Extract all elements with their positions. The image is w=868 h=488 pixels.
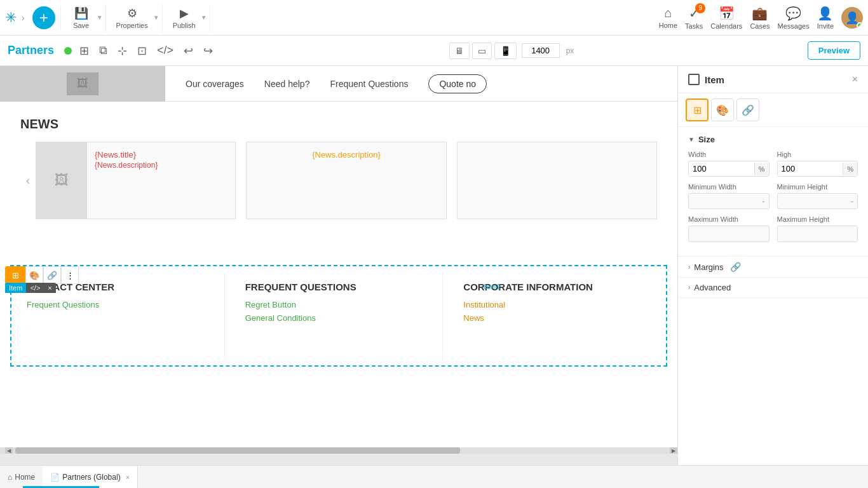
item-style-icon-btn[interactable]: 🎨 bbox=[25, 266, 43, 284]
item-layout-icon-btn[interactable]: ⊞ bbox=[5, 266, 25, 284]
width-unit: px bbox=[566, 46, 574, 55]
rp-margins-section[interactable]: › Margins 🔗 bbox=[678, 257, 868, 278]
home-nav-item[interactable]: ⌂ Home bbox=[659, 6, 677, 29]
bottom-tab-close-btn[interactable]: × bbox=[126, 473, 130, 481]
width-input[interactable] bbox=[522, 43, 560, 58]
scroll-arrow-left[interactable]: ◀ bbox=[5, 447, 13, 454]
rp-close-button[interactable]: × bbox=[852, 74, 858, 85]
news-card-2-desc: {News.description} bbox=[312, 150, 381, 159]
rp-advanced-section[interactable]: › Advanced bbox=[678, 278, 868, 298]
back-arrow-icon[interactable]: › bbox=[22, 13, 25, 23]
invite-nav-item[interactable]: 👤 Invite bbox=[817, 6, 834, 30]
properties-button[interactable]: ⚙ Properties bbox=[111, 4, 153, 32]
rp-min-height-label: Minimum Height bbox=[777, 183, 858, 191]
item-code-badge[interactable]: </> bbox=[26, 283, 44, 293]
cases-nav-item[interactable]: 💼 Cases bbox=[750, 6, 770, 30]
rp-min-height-field: Minimum Height - bbox=[777, 183, 858, 209]
news-card-1: 🖼 {News.title} {News.description} bbox=[36, 142, 236, 219]
canvas[interactable]: 🖼 Our coverages Need help? Frequent Ques… bbox=[0, 66, 677, 465]
publish-btn-group: ▶ Publish ▼ bbox=[168, 4, 210, 32]
save-dropdown-icon[interactable]: ▼ bbox=[97, 14, 103, 21]
rp-tab-style[interactable]: 🎨 bbox=[711, 98, 734, 121]
item-label-badge[interactable]: Item bbox=[5, 283, 26, 293]
rp-header: Item × bbox=[678, 66, 868, 93]
quote-button[interactable]: Quote no bbox=[428, 74, 487, 93]
nav-link-help[interactable]: Need help? bbox=[264, 79, 310, 89]
rp-width-input-group: % bbox=[688, 161, 770, 177]
code-icon[interactable]: </> bbox=[154, 41, 176, 60]
rp-height-input[interactable] bbox=[778, 161, 843, 176]
top-toolbar: ✳ › + 💾 Save ▼ ⚙ Properties ▼ ▶ Publish … bbox=[0, 0, 868, 36]
news-grid: 🖼 {News.title} {News.description} {News.… bbox=[36, 142, 657, 219]
rp-min-width-input[interactable]: - bbox=[688, 193, 770, 209]
rp-max-height-input[interactable] bbox=[777, 226, 858, 242]
rp-tab-link[interactable]: 🔗 bbox=[736, 98, 759, 121]
rp-width-label: Width bbox=[688, 151, 770, 158]
calendars-icon: 📅 bbox=[719, 6, 735, 21]
save-icon: 💾 bbox=[74, 6, 88, 20]
tasks-badge: 9 bbox=[695, 3, 705, 13]
properties-dropdown-icon[interactable]: ▼ bbox=[153, 14, 159, 21]
tasks-nav-item[interactable]: ✓ Tasks 9 bbox=[685, 6, 703, 30]
nav-icon[interactable]: ⊹ bbox=[115, 41, 130, 60]
canvas-scrollbar[interactable]: ◀ ▶ bbox=[0, 447, 677, 454]
rp-min-height-input[interactable]: - bbox=[777, 193, 858, 209]
item-more-icon-btn[interactable]: ⋮ bbox=[61, 266, 79, 284]
rp-advanced-label: Advanced bbox=[694, 283, 731, 292]
item-col-faq-link-1[interactable]: Regret Button bbox=[245, 300, 433, 309]
save-button[interactable]: 💾 Save bbox=[66, 4, 97, 32]
item-col-contact-link-1[interactable]: Frequent Questions bbox=[27, 300, 214, 309]
user-avatar[interactable]: 👤 bbox=[841, 7, 863, 29]
site-nav-links: Our coverages Need help? Frequent Questi… bbox=[165, 74, 677, 93]
bottom-partners-tab[interactable]: 📄 Partners (Global) × bbox=[43, 466, 138, 488]
canvas-inner: 🖼 Our coverages Need help? Frequent Ques… bbox=[0, 66, 677, 447]
bottom-bar: ⌂ Home 📄 Partners (Global) × bbox=[0, 465, 868, 488]
carousel-prev-arrow[interactable]: ‹ bbox=[20, 174, 36, 187]
news-card-2: {News.description} bbox=[246, 142, 446, 219]
rp-width-field: Width % bbox=[688, 151, 770, 177]
rp-margins-label: Margins bbox=[694, 262, 723, 272]
news-section: NEWS ‹ 🖼 {News.title} {News.description} bbox=[0, 102, 677, 234]
bottom-home-tab[interactable]: ⌂ Home bbox=[0, 466, 43, 488]
top-right-nav: ⌂ Home ✓ Tasks 9 📅 Calendars 💼 Cases bbox=[659, 6, 863, 30]
item-link-icon-btn[interactable]: 🔗 bbox=[43, 266, 61, 284]
mobile-view-button[interactable]: 📱 bbox=[494, 43, 517, 59]
grid-view-icon[interactable]: ⊞ bbox=[77, 41, 92, 60]
messages-nav-item[interactable]: 💬 Messages bbox=[778, 6, 810, 30]
item-delete-badge[interactable]: × bbox=[44, 283, 55, 293]
layers-icon[interactable]: ⧉ bbox=[97, 41, 110, 60]
second-toolbar: Partners ⊞ ⧉ ⊹ ⊡ </> ↩ ↪ 🖥 ▭ 📱 px Previe… bbox=[0, 36, 868, 66]
item-col-corp-link-1[interactable]: Institutional bbox=[463, 300, 651, 309]
preview-button[interactable]: Preview bbox=[808, 41, 860, 60]
calendars-nav-item[interactable]: 📅 Calendars bbox=[710, 6, 742, 30]
redo-icon[interactable]: ↪ bbox=[201, 41, 215, 60]
nav-link-coverages[interactable]: Our coverages bbox=[186, 79, 244, 89]
scroll-thumb[interactable] bbox=[15, 447, 460, 454]
publish-dropdown-icon[interactable]: ▼ bbox=[201, 14, 207, 21]
undo-icon[interactable]: ↩ bbox=[181, 41, 196, 60]
news-card-1-desc: {News.description} bbox=[95, 161, 227, 170]
item-badges: Item </> × bbox=[5, 283, 56, 293]
rp-size-row-2: Minimum Width - Minimum Height - bbox=[688, 183, 858, 209]
site-logo: 🖼 bbox=[0, 66, 165, 102]
invite-icon: 👤 bbox=[817, 6, 833, 21]
rp-size-header[interactable]: ▼ Size bbox=[688, 135, 858, 144]
item-col-faq-link-2[interactable]: General Conditions bbox=[245, 313, 433, 323]
rp-width-unit: % bbox=[754, 163, 769, 175]
add-button[interactable]: + bbox=[32, 6, 55, 29]
publish-button[interactable]: ▶ Publish bbox=[168, 4, 201, 32]
rp-size-row-3: Maximum Width Maximum Height bbox=[688, 215, 858, 242]
rp-max-width-input[interactable] bbox=[688, 226, 770, 242]
desktop-view-button[interactable]: 🖥 bbox=[449, 43, 470, 59]
item-col-faq-title: FREQUENT QUESTIONS bbox=[245, 281, 433, 292]
item-col-corp-link-2[interactable]: News bbox=[463, 313, 651, 323]
scroll-arrow-right[interactable]: ▶ bbox=[670, 447, 677, 454]
rp-width-input[interactable] bbox=[689, 161, 754, 176]
rp-tab-layout[interactable]: ⊞ bbox=[686, 98, 709, 121]
select-icon[interactable]: ⊡ bbox=[135, 41, 149, 60]
logo-placeholder: 🖼 bbox=[67, 72, 98, 95]
news-card-1-title: {News.title} bbox=[95, 150, 227, 159]
tablet-view-button[interactable]: ▭ bbox=[472, 43, 492, 59]
nav-link-faq[interactable]: Frequent Questions bbox=[330, 79, 408, 89]
rp-tabs: ⊞ 🎨 🔗 bbox=[678, 93, 868, 127]
